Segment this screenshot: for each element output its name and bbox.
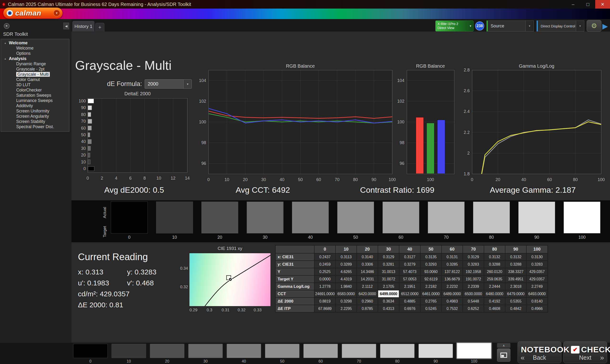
table-cell: 0.3283 (526, 260, 547, 268)
grayscale-patch-20 (201, 202, 238, 234)
pattern-level-80[interactable] (380, 344, 415, 358)
pattern-level-50[interactable] (265, 344, 299, 358)
column-header-20: 20 (357, 245, 378, 253)
sidebar-item-screen-angularity[interactable]: Screen Angularity (1, 114, 69, 119)
chevron-down-icon[interactable]: ▼ (183, 79, 192, 88)
display-control-dropdown[interactable]: Direct Display Control ▼ (537, 21, 584, 31)
source-dropdown[interactable]: Source ▼ (487, 21, 534, 31)
grayscale-patch-90 (518, 202, 555, 234)
table-cell: 6479.0000 (505, 290, 526, 298)
sidebar-item-grayscale-multi[interactable]: Grayscale - Multi (1, 72, 69, 77)
meter-dropdown[interactable]: X-Rite i1Pro 2 Direct View ▼ (435, 21, 473, 31)
table-cell: 0.6252 (463, 305, 484, 312)
stat-avg-cct: Avg CCT: 6492 (236, 185, 290, 195)
table-cell: 0.4885 (399, 298, 420, 305)
settings-button[interactable]: ⚙ (587, 20, 601, 32)
table-cell: 0.8785 (357, 305, 378, 312)
sidebar-item-dynamic-range[interactable]: Dynamic Range (1, 61, 69, 66)
sidebar-title: SDR Toolkit (3, 31, 28, 37)
grayscale-patch-label: 80 (473, 235, 510, 240)
pattern-window-button[interactable] (497, 349, 510, 362)
table-cell: 0.3285 (441, 260, 463, 268)
sidebar-item-welcome[interactable]: Welcome (1, 46, 69, 51)
sidebar-item-grayscale-2pt[interactable]: Grayscale - 2pt (1, 66, 69, 72)
pattern-level-10[interactable] (112, 344, 146, 358)
calman-logo-button[interactable]: calman ▼ (3, 8, 63, 19)
tree-group-welcome[interactable]: ▴Welcome (1, 40, 69, 46)
table-cell: 0.4313 (378, 305, 399, 312)
table-cell: 2.1705 (378, 283, 399, 290)
table-cell: 6500.0000 (463, 290, 484, 298)
table-row: Target Y0.00004.431914.203131.007257.005… (275, 275, 547, 283)
close-button[interactable]: × (595, 0, 610, 9)
minimize-button[interactable]: – (566, 0, 581, 9)
sidebar-item-colorchecker[interactable]: ColorChecker (1, 87, 69, 93)
sidebar-item-options[interactable]: Options (1, 51, 69, 56)
column-header-0: 0 (314, 245, 336, 253)
tab-history-1[interactable]: History 1 (72, 21, 94, 31)
pattern-level-60[interactable] (303, 344, 338, 358)
sidebar-item-luminance-sweeps[interactable]: Luminance Sweeps (1, 98, 69, 103)
svg-text:2.2: 2.2 (464, 130, 470, 135)
sidebar-collapse-button[interactable]: ◀ (63, 23, 69, 29)
pattern-level-100[interactable] (457, 343, 491, 359)
strip-row-label-actual: Actual (103, 203, 107, 222)
row-label: ΔE 2000 (275, 298, 314, 305)
column-header-100: 100 (526, 245, 547, 253)
table-cell: 0.0000 (314, 275, 336, 283)
sidebar-item-screen-stability[interactable]: Screen Stability (1, 119, 69, 124)
sidebar-item-3d-lut[interactable]: 3D LUT (1, 82, 69, 87)
sidebar-item-saturation-sweeps[interactable]: Saturation Sweeps (1, 93, 69, 98)
table-cell: 0.3135 (420, 253, 441, 260)
table-cell: 2.2295 (336, 305, 357, 312)
row-label: x: CIE31 (275, 253, 314, 260)
session-menu-icon[interactable] (4, 23, 10, 29)
row-label: Gamma Log/Log (275, 283, 314, 290)
svg-text:90: 90 (372, 177, 376, 182)
sidebar-item-screen-uniformity[interactable]: Screen Uniformity (1, 108, 69, 114)
tree-group-analysis[interactable]: ▴Analysis (1, 56, 69, 61)
table-cell: 14.3486 (357, 268, 378, 275)
cie-x-axis: 0.290.30.310.320.33 (189, 308, 271, 313)
new-tab-button[interactable]: + (95, 23, 104, 31)
meter-label: X-Rite i1Pro 2 Direct View (436, 22, 458, 30)
grayscale-patch-80 (473, 202, 510, 234)
pattern-level-90[interactable] (418, 344, 453, 358)
svg-text:2: 2 (467, 151, 470, 156)
pattern-level-30[interactable] (188, 344, 223, 358)
table-cell: 0.4842 (505, 305, 526, 312)
pattern-level-70[interactable] (342, 344, 376, 358)
next-label: Next (564, 354, 607, 361)
chevron-down-icon: ▼ (469, 25, 473, 27)
app-window: ♦ Calman 2025 Calman Ultimate for Busine… (0, 0, 610, 364)
table-cell: 0.3279 (399, 260, 420, 268)
current-reading-panel: Current Reading x: 0.313y: 0.3283u': 0.1… (78, 252, 156, 312)
table-cell: 0.3288 (484, 260, 505, 268)
pattern-up-button[interactable]: ∧ (497, 343, 510, 348)
pattern-level-label: 0 (73, 359, 108, 364)
svg-text:70: 70 (81, 119, 86, 124)
logo-dropdown-icon[interactable]: ▼ (53, 10, 60, 16)
grayscale-patch-70 (428, 202, 465, 234)
svg-text:0: 0 (83, 166, 86, 171)
maximize-button[interactable]: □ (581, 0, 595, 9)
gamma-log-chart: 0204060801001.822.22.42.62.8Gamma Log/Lo… (457, 64, 610, 183)
chevron-down-icon[interactable]: ▼ (525, 21, 533, 31)
sidebar-item-additivity[interactable]: Additivity (1, 103, 69, 108)
calman-eye-icon (7, 10, 13, 16)
pattern-level-0[interactable] (73, 344, 108, 358)
sidebar-item-color-gamut[interactable]: Color Gamut (1, 77, 69, 82)
svg-text:Gamma Log/Log: Gamma Log/Log (519, 64, 555, 69)
table-cell: 136.6679 (441, 275, 463, 283)
stat-average-gamma: Average Gamma: 2.187 (490, 185, 576, 195)
grayscale-patch-40 (292, 202, 329, 234)
de-formula-select[interactable]: 2000 ▼ (145, 79, 192, 89)
display-control-label: Direct Display Control (538, 24, 576, 28)
sidebar-item-spectral-power-dist-[interactable]: Spectral Power Dist. (1, 124, 69, 129)
pattern-level-20[interactable] (150, 344, 184, 358)
chevron-down-icon[interactable]: ▼ (576, 21, 584, 31)
advance-arrow-button[interactable]: ▶ (602, 22, 608, 30)
table-cell: 0.2459 (314, 260, 336, 268)
pattern-level-40[interactable] (227, 344, 261, 358)
measurement-table: 0102030405060708090100x: CIE310.24370.31… (275, 245, 548, 312)
